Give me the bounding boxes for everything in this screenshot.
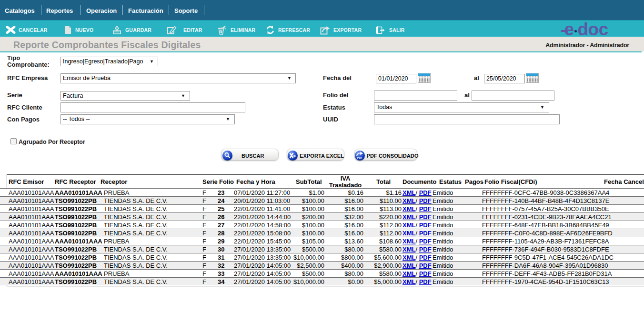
svg-text:PDF: PDF (357, 156, 363, 159)
